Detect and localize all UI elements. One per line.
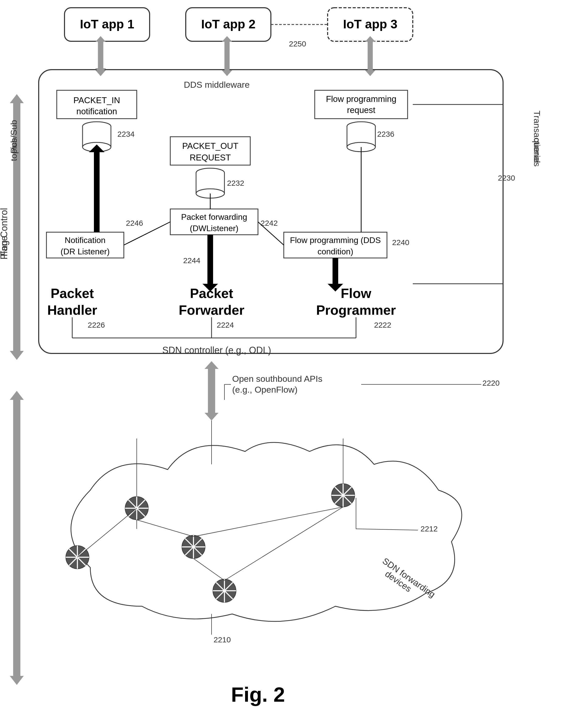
svg-text:DDS middleware: DDS middleware: [184, 80, 249, 90]
svg-text:(DWListener): (DWListener): [190, 224, 238, 233]
svg-text:Programmer: Programmer: [316, 303, 396, 318]
svg-text:topics: topics: [9, 138, 19, 161]
svg-text:2224: 2224: [217, 321, 234, 329]
page: IoT app 1 IoT app 2 IoT app 3 2250 DDS m…: [0, 0, 566, 728]
svg-text:2234: 2234: [117, 130, 135, 138]
svg-marker-113: [10, 391, 24, 400]
svg-text:Packet forwarding: Packet forwarding: [181, 212, 247, 222]
svg-text:PACKET_IN: PACKET_IN: [74, 95, 120, 105]
svg-text:2226: 2226: [88, 321, 105, 329]
svg-text:Flow: Flow: [341, 286, 371, 301]
svg-text:2240: 2240: [392, 238, 409, 247]
svg-text:2236: 2236: [377, 130, 394, 138]
svg-text:Fig. 2: Fig. 2: [231, 683, 285, 706]
svg-text:Flow programming: Flow programming: [326, 94, 396, 104]
svg-text:2212: 2212: [421, 524, 438, 533]
svg-text:2250: 2250: [289, 39, 306, 48]
diagram-svg: IoT app 1 IoT app 2 IoT app 3 2250 DDS m…: [0, 0, 566, 728]
svg-text:2246: 2246: [126, 219, 143, 227]
svg-text:Handler: Handler: [47, 303, 97, 318]
svg-text:IoT app 2: IoT app 2: [201, 17, 256, 31]
svg-text:IoT app 1: IoT app 1: [80, 17, 134, 31]
svg-text:Plane: Plane: [0, 236, 9, 260]
svg-text:SDN controller (e.g., ODL): SDN controller (e.g., ODL): [162, 345, 271, 355]
svg-text:(e.g., OpenFlow): (e.g., OpenFlow): [232, 385, 297, 394]
svg-text:REQUEST: REQUEST: [190, 153, 231, 162]
svg-text:2222: 2222: [374, 321, 391, 329]
svg-marker-112: [10, 676, 24, 685]
svg-marker-91: [10, 351, 24, 360]
svg-text:request: request: [347, 105, 375, 115]
svg-text:2220: 2220: [482, 379, 500, 387]
svg-text:Open southbound APIs: Open southbound APIs: [232, 374, 322, 384]
svg-text:2244: 2244: [183, 256, 200, 265]
svg-text:(DR Listener): (DR Listener): [61, 247, 110, 256]
svg-text:Packet: Packet: [51, 286, 94, 301]
svg-text:Flow programming (DDS: Flow programming (DDS: [290, 236, 381, 245]
svg-marker-92: [10, 94, 24, 103]
svg-text:Notification: Notification: [65, 236, 106, 245]
svg-text:queries: queries: [532, 138, 542, 167]
svg-text:2210: 2210: [214, 635, 231, 644]
svg-text:condition): condition): [318, 247, 353, 256]
svg-text:2232: 2232: [227, 179, 244, 187]
svg-marker-104: [205, 361, 219, 369]
svg-text:2230: 2230: [498, 174, 515, 182]
svg-marker-103: [205, 413, 219, 420]
svg-text:Forwarder: Forwarder: [179, 303, 244, 318]
svg-text:IoT app 3: IoT app 3: [343, 17, 398, 31]
svg-text:notification: notification: [76, 107, 117, 116]
svg-text:PACKET_OUT: PACKET_OUT: [182, 141, 238, 151]
